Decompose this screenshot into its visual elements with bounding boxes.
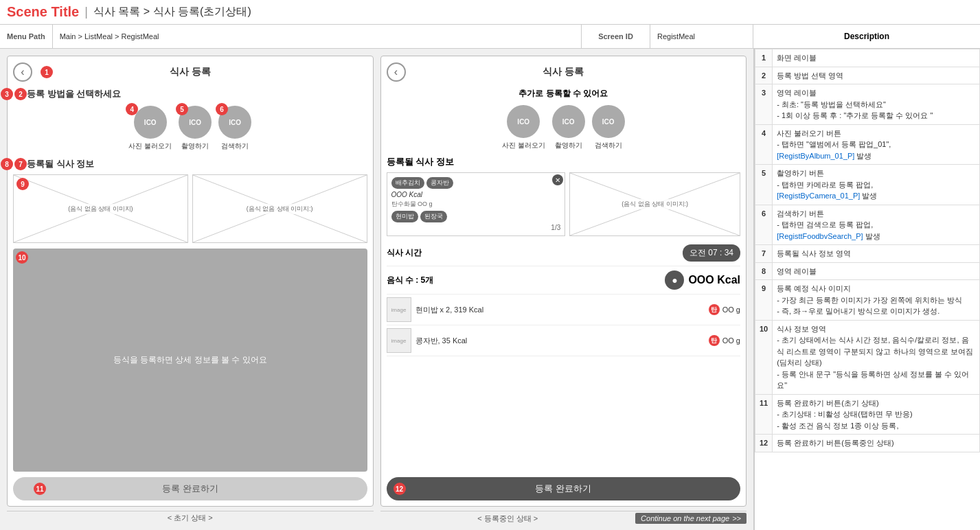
left-register-label: 등록 완료하기: [162, 483, 218, 495]
food-tag-rice: 현미밥: [391, 211, 418, 222]
photo-load-button[interactable]: 4 ICO 사진 불러오기: [128, 106, 172, 151]
right-search-icon: ICO: [592, 105, 625, 138]
menu-path-label: Menu Path: [7, 32, 45, 41]
food-tag-kong: 콩자반: [426, 177, 453, 189]
food-item-info-1: 콩자반, 35 Kcal: [415, 336, 705, 346]
right-back-button[interactable]: ‹: [387, 62, 406, 82]
desc-row: 10식사 정보 영역- 초기 상태에서는 식사 시간 정보, 음식수/칼로리 정…: [755, 320, 980, 394]
desc-content: 등록 예정 식사 이미지- 가장 최근 등록한 이미지가 가장 왼쪽에 위치하는…: [773, 280, 980, 321]
desc-content: 화면 레이블: [773, 49, 980, 67]
right-camera-icon: ICO: [552, 105, 585, 138]
screen-id-label: Screen ID: [598, 32, 633, 41]
method-label-wrapper: 3 등록 방법을 선택하세요: [13, 88, 367, 100]
scene-title: Scene Title: [7, 4, 79, 20]
desc-row: 7등록될 식사 정보 영역: [755, 245, 980, 263]
food-thumb-1: image: [387, 328, 411, 353]
desc-num: 1: [755, 49, 773, 67]
photo-load-label: 사진 불러오기: [128, 141, 172, 151]
desc-row: 3영역 레이블- 최초: "등록 방법을 선택하세요"- 1회 이상 등록 후 …: [755, 84, 980, 125]
header-breadcrumb: 식사 목록 > 식사 등록(초기상태): [93, 5, 251, 19]
kcal-icon: ●: [665, 270, 684, 290]
right-method-buttons: ICO 사진 불러오기 ICO 촬영하기 ICO 검색하기: [387, 105, 741, 150]
desc-row: 4사진 불러오기 버튼- 탭하면 "앨범에서 등록 팝업_01",[Regist…: [755, 124, 980, 165]
meal-time-label: 식사 시간: [387, 247, 422, 259]
right-photo-btn[interactable]: ICO 사진 불러오기: [502, 105, 545, 150]
desc-content: 등록될 식사 정보 영역: [773, 245, 980, 263]
food-info-label-wrapper: 8 등록될 식사 정보: [13, 158, 367, 170]
method-section: 2 3 등록 방법을 선택하세요 4 ICO 사진 불러오기 5 I: [13, 88, 367, 151]
desc-num: 10: [755, 320, 773, 394]
gray-info-area: 10 등식을 등록하면 상세 정보를 볼 수 있어요: [13, 249, 367, 472]
desc-num: 5: [755, 165, 773, 205]
desc-num: 9: [755, 280, 773, 321]
desc-content: 검색하기 버튼- 탭하면 검색으로 등록 팝업,[RegisttFoodbvSe…: [773, 205, 980, 245]
screens-area: ‹ 1 식사 등록 2 3 등록 방법을 선택하세요 4 ICO: [0, 49, 753, 530]
left-screen-title: 식사 등록: [170, 66, 211, 78]
desc-row: 2등록 방법 선택 영역: [755, 67, 980, 84]
food-kcal: OOO Kcal: [391, 191, 561, 198]
food-card-close[interactable]: ✕: [552, 174, 563, 185]
desc-num: 7: [755, 245, 773, 263]
food-image-left-label: (음식 없음 상태 이미지): [67, 204, 135, 214]
desc-content: 사진 불러오기 버튼- 탭하면 "앨범에서 등록 팝업_01",[RegistB…: [773, 124, 980, 165]
left-back-button[interactable]: ‹: [13, 62, 32, 82]
food-card-row: ✕ 배추김치 콩자반 OOO Kcal 탄수화물 OO g 현미밥 된장국 1/…: [387, 172, 741, 236]
method-label: 등록 방법을 선택하세요: [27, 89, 121, 99]
description-panel: 1화면 레이블2등록 방법 선택 영역3영역 레이블- 최초: "등록 방법을 …: [753, 49, 980, 530]
photo-load-icon: ICO: [134, 106, 167, 139]
header-separator: |: [84, 5, 88, 19]
meal-time-value: 오전 07 : 34: [683, 244, 740, 262]
menu-path-value: Main > ListMeal > RegistMeal: [60, 32, 159, 41]
desc-num: 6: [755, 205, 773, 245]
search-button[interactable]: 6 ICO 검색하기: [218, 106, 251, 151]
meal-kcal-display: ● OOO Kcal: [665, 270, 740, 290]
right-register-label: 등록 완료하기: [535, 483, 591, 495]
food-more-tags: 현미밥 된장국: [391, 211, 561, 222]
desc-num: 12: [755, 435, 773, 452]
right-photo-label: 사진 불러오기: [502, 141, 545, 150]
right-screen-title-bar: ‹ 식사 등록: [387, 62, 741, 82]
right-search-btn[interactable]: ICO 검색하기: [592, 105, 625, 150]
meal-time-row: 식사 시간 오전 07 : 34: [387, 240, 741, 266]
food-list: image 현미밥 x 2, 319 Kcal 탄 OO g image 콩자반…: [387, 295, 741, 356]
description-table: 1화면 레이블2등록 방법 선택 영역3영역 레이블- 최초: "등록 방법을 …: [755, 49, 980, 452]
desc-num: 4: [755, 124, 773, 165]
desc-row: 5촬영하기 버튼- 탭하면 카메라로 등록 팝업,[RegistByCamera…: [755, 165, 980, 205]
gray-info-text: 등식을 등록하면 상세 정보를 볼 수 있어요: [113, 354, 267, 366]
desc-row: 8영역 레이블: [755, 262, 980, 280]
desc-content: 식사 정보 영역- 초기 상태에서는 식사 시간 정보, 음식수/칼로리 정보,…: [773, 320, 980, 394]
right-screen: ‹ 식사 등록 추가로 등록할 수 있어요 ICO 사진 불러오기 ICO 촬영…: [380, 56, 747, 507]
main-content: ‹ 1 식사 등록 2 3 등록 방법을 선택하세요 4 ICO: [0, 49, 980, 530]
desc-content: 영역 레이블- 최초: "등록 방법을 선택하세요"- 1회 이상 등록 후 :…: [773, 84, 980, 125]
food-tags-row: 배추김치 콩자반: [391, 177, 561, 189]
badge-8: 8: [1, 158, 13, 170]
carb-value-0: OO g: [722, 306, 740, 314]
food-info-section: 7 8 등록될 식사 정보 9 (음식 없음 상태 이미지) (: [13, 158, 367, 243]
camera-label: 촬영하기: [181, 141, 209, 151]
right-camera-btn[interactable]: ICO 촬영하기: [552, 105, 585, 150]
right-register-button[interactable]: 12 등록 완료하기: [387, 477, 741, 500]
search-label: 검색하기: [221, 141, 249, 151]
food-info-label: 등록될 식사 정보: [27, 159, 94, 169]
camera-button[interactable]: 5 ICO 촬영하기: [179, 106, 212, 151]
desc-content: 영역 레이블: [773, 262, 980, 280]
desc-content: 등록 방법 선택 영역: [773, 67, 980, 84]
right-register-btn-wrapper: 12 등록 완료하기: [387, 477, 741, 500]
continue-arrows: >>: [732, 514, 741, 522]
desc-num: 3: [755, 84, 773, 125]
right-search-label: 검색하기: [595, 141, 622, 150]
food-card: ✕ 배추김치 콩자반 OOO Kcal 탄수화물 OO g 현미밥 된장국 1/…: [387, 172, 566, 236]
badge-12: 12: [394, 483, 406, 495]
desc-content: 등록 완료하기 버튼(초기 상태)- 초기상태 : 비활성 상태(탭하면 무 반…: [773, 394, 980, 435]
continue-label: Continue on the next page: [641, 514, 729, 522]
badge-3: 3: [1, 88, 13, 100]
left-screen-title-bar: ‹ 1 식사 등록: [13, 62, 367, 82]
desc-row: 6검색하기 버튼- 탭하면 검색으로 등록 팝업,[RegisttFoodbvS…: [755, 205, 980, 245]
desc-content: 촬영하기 버튼- 탭하면 카메라로 등록 팝업,[RegistByCamera_…: [773, 165, 980, 205]
food-image-left: 9 (음식 없음 상태 이미지): [13, 174, 188, 243]
meal-kcal: OOO Kcal: [688, 274, 740, 286]
left-register-button[interactable]: 등록 완료하기: [13, 477, 367, 500]
food-tag-soup: 된장국: [420, 211, 447, 222]
carb-badge-1: 탄: [709, 335, 720, 346]
food-image-right-label: (음식 없음 상태 이미지:): [245, 204, 315, 214]
